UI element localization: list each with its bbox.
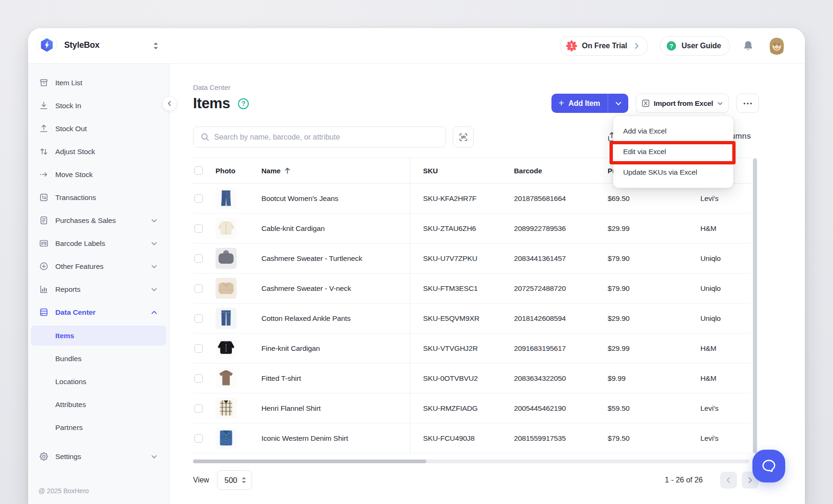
sidebar-item-settings[interactable]: Settings xyxy=(31,447,166,466)
more-actions-button[interactable] xyxy=(736,94,759,113)
sidebar-item-barcode-labels[interactable]: Barcode Labels xyxy=(31,234,166,253)
title-row: Items ? xyxy=(193,95,249,112)
add-item-button[interactable]: + Add Item xyxy=(551,94,608,113)
free-trial-label: On Free Trial xyxy=(582,42,627,50)
table-row[interactable]: Henri Flannel Shirt SKU-RMZFIADG 2005445… xyxy=(193,393,751,423)
search-input[interactable] xyxy=(214,133,446,141)
cell-name: Cashmere Sweater - V-neck xyxy=(257,284,410,293)
page-size-select[interactable]: 500 xyxy=(217,470,252,490)
header-photo[interactable]: Photo xyxy=(214,167,257,175)
add-item-split-button: + Add Item xyxy=(551,94,628,113)
trial-seal-icon: 1 xyxy=(566,40,577,52)
sidebar-subitem-partners[interactable]: Partners xyxy=(31,417,166,437)
import-from-excel-button[interactable]: Import from Excel xyxy=(636,94,729,113)
free-trial-button[interactable]: 1 On Free Trial xyxy=(560,36,648,56)
cell-brand: H&M xyxy=(687,224,751,233)
table-row[interactable]: Cashmere Sweater - V-neck SKU-FTM3ESC1 2… xyxy=(193,274,751,304)
sidebar-subitem-bundles[interactable]: Bundles xyxy=(31,348,166,369)
chevron-down-icon xyxy=(615,100,622,107)
header-sku[interactable]: SKU xyxy=(410,167,501,175)
cell-price: $29.90 xyxy=(595,314,687,323)
sidebar-item-label: Data Center xyxy=(55,308,150,317)
help-icon[interactable]: ? xyxy=(238,98,249,109)
topbar-right: 1 On Free Trial ? User Guide xyxy=(560,36,786,56)
import-from-excel-label: Import from Excel xyxy=(654,99,713,108)
cell-barcode: 2072572488720 xyxy=(501,284,595,293)
barcode-scan-button[interactable] xyxy=(453,126,474,148)
sidebar-item-purchases-sales[interactable]: Purchases & Sales xyxy=(31,211,166,230)
breadcrumb: Data Center xyxy=(193,83,231,91)
import-excel-menu: Add via ExcelEdit via ExcelUpdate SKUs v… xyxy=(613,116,733,188)
sidebar-item-item-list[interactable]: Item List xyxy=(31,73,166,92)
sidebar-item-stock-out[interactable]: Stock Out xyxy=(31,119,166,138)
header-barcode[interactable]: Barcode xyxy=(501,167,595,175)
sidebar-item-adjust-stock[interactable]: Adjust Stock xyxy=(31,142,166,161)
ellipsis-icon xyxy=(743,102,752,105)
database-icon xyxy=(38,307,49,318)
sidebar-item-transactions[interactable]: Transactions xyxy=(31,188,166,207)
user-guide-button[interactable]: ? User Guide xyxy=(660,36,730,56)
vertical-scrollbar[interactable] xyxy=(753,158,757,453)
copyright: @ 2025 BoxHero xyxy=(38,487,89,495)
table-row[interactable]: Cable-knit Cardigan SKU-ZTAU6ZH6 2089922… xyxy=(193,214,751,244)
barcode-scan-icon xyxy=(458,132,469,142)
sidebar: Item List Stock In Stock Out Adjust Stoc… xyxy=(28,64,170,504)
up-down-arrows-icon xyxy=(153,42,159,50)
notifications-button[interactable] xyxy=(742,40,754,52)
cell-brand: Uniqlo xyxy=(687,314,751,323)
menu-item-add-via-excel[interactable]: Add via Excel xyxy=(613,121,733,141)
chevron-down-icon xyxy=(150,453,158,460)
cell-price: $79.50 xyxy=(595,434,687,443)
row-checkbox[interactable] xyxy=(194,194,203,203)
sidebar-item-reports[interactable]: Reports xyxy=(31,280,166,299)
cell-brand: Levi's xyxy=(687,434,751,443)
chevron-left-icon xyxy=(166,100,173,107)
app-logo xyxy=(37,35,57,55)
sidebar-item-move-stock[interactable]: Move Stock xyxy=(31,165,166,184)
menu-item-edit-via-excel[interactable]: Edit via Excel xyxy=(613,141,733,162)
avatar[interactable] xyxy=(768,37,786,55)
row-checkbox[interactable] xyxy=(194,284,203,293)
cell-price: $79.90 xyxy=(595,284,687,293)
page-actions: + Add Item Import from Excel xyxy=(551,94,759,113)
table-row[interactable]: Cashmere Sweater - Turtleneck SKU-U7V7ZP… xyxy=(193,244,751,274)
row-checkbox[interactable] xyxy=(194,254,203,263)
question-circle-icon: ? xyxy=(666,40,677,52)
search-icon xyxy=(201,133,209,141)
sidebar-subitem-locations[interactable]: Locations xyxy=(31,371,166,392)
sidebar-item-data-center[interactable]: Data Center xyxy=(31,303,166,322)
frozen-pane-divider xyxy=(410,157,410,453)
header-name[interactable]: Name xyxy=(257,167,410,175)
chevron-up-icon xyxy=(150,309,158,316)
cell-sku: SKU-RMZFIADG xyxy=(410,404,501,413)
sidebar-subitem-items[interactable]: Items xyxy=(31,326,166,346)
previous-page-button[interactable] xyxy=(720,472,737,489)
row-checkbox[interactable] xyxy=(194,404,203,413)
stock-in-icon xyxy=(38,101,49,111)
menu-item-update-skus-via-excel[interactable]: Update SKUs via Excel xyxy=(613,162,733,183)
table-row[interactable]: Bootcut Women's Jeans SKU-KFA2HR7F 20187… xyxy=(193,184,751,214)
table-row[interactable]: Cotton Relaxed Ankle Pants SKU-E5QVM9XR … xyxy=(193,304,751,334)
row-checkbox[interactable] xyxy=(194,434,203,443)
row-checkbox[interactable] xyxy=(194,224,203,233)
row-checkbox[interactable] xyxy=(194,344,203,353)
horizontal-scrollbar[interactable] xyxy=(193,460,426,463)
table-row[interactable]: Fitted T-shirt SKU-0OTVBVU2 208363432205… xyxy=(193,363,751,393)
plus-circle-icon xyxy=(38,261,49,272)
chat-launcher-button[interactable] xyxy=(752,450,785,482)
sidebar-collapse-button[interactable] xyxy=(162,96,177,111)
item-photo-sweater-beige xyxy=(216,278,237,299)
sidebar-subitem-attributes[interactable]: Attributes xyxy=(31,394,166,415)
row-checkbox[interactable] xyxy=(194,314,203,323)
gear-icon xyxy=(38,452,49,462)
sidebar-item-other-features[interactable]: Other Features xyxy=(31,257,166,276)
select-all-checkbox[interactable] xyxy=(194,166,203,175)
items-table: Photo Name SKU Barcode Price Brand xyxy=(193,157,751,453)
row-checkbox[interactable] xyxy=(194,374,203,383)
cell-barcode: 2018785681664 xyxy=(501,194,595,203)
sidebar-item-stock-in[interactable]: Stock In xyxy=(31,96,166,115)
add-item-caret-button[interactable] xyxy=(608,94,628,113)
table-row[interactable]: Iconic Western Denim Shirt SKU-FCU490J8 … xyxy=(193,423,751,453)
table-row[interactable]: Fine-knit Cardigan SKU-VTVGHJ2R 20916831… xyxy=(193,334,751,363)
workspace-switcher[interactable] xyxy=(151,41,160,51)
